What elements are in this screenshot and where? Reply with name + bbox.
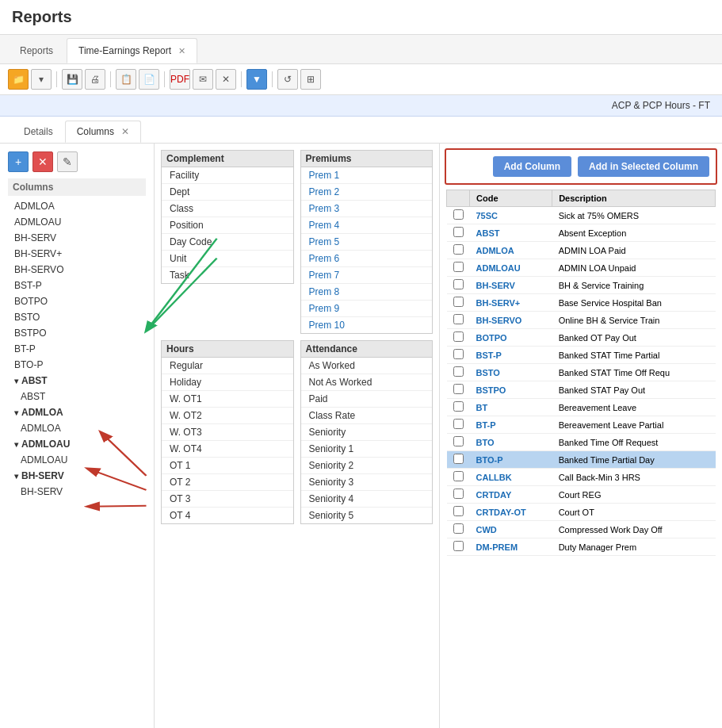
row-checkbox[interactable]	[453, 523, 464, 534]
row-checkbox[interactable]	[453, 489, 464, 499]
print-button[interactable]: 🖨	[85, 69, 105, 90]
row-checkbox[interactable]	[453, 471, 464, 481]
field-item-seniority2[interactable]: Seniority 2	[301, 458, 433, 474]
row-checkbox-cell[interactable]	[447, 347, 470, 364]
table-row[interactable]: BTO Banked Time Off Request	[447, 434, 716, 451]
list-item[interactable]: BSTO	[8, 309, 146, 325]
add-column-action-button[interactable]: Add Column	[493, 156, 571, 177]
grid-button[interactable]: ⊞	[300, 69, 321, 90]
field-item-seniority3[interactable]: Seniority 3	[301, 474, 433, 491]
field-item-dept[interactable]: Dept	[162, 184, 293, 201]
refresh-button[interactable]: ↺	[277, 69, 298, 90]
row-checkbox-cell[interactable]	[447, 486, 470, 504]
row-checkbox[interactable]	[453, 401, 464, 412]
table-row[interactable]: CALLBK Call Back-Min 3 HRS	[447, 469, 716, 486]
row-checkbox-cell[interactable]	[447, 399, 470, 416]
row-checkbox[interactable]	[453, 419, 464, 429]
inner-tab-close-icon[interactable]: ✕	[121, 126, 129, 137]
field-item-prem4[interactable]: Prem 4	[301, 217, 433, 234]
field-item-wot3[interactable]: W. OT3	[162, 424, 293, 441]
field-item-wot2[interactable]: W. OT2	[162, 408, 293, 424]
list-item[interactable]: BH-SERVO	[8, 262, 146, 278]
field-item-seniority1[interactable]: Seniority 1	[301, 441, 433, 458]
field-item-ot3[interactable]: OT 3	[162, 491, 293, 508]
inner-tab-columns[interactable]: Columns ✕	[65, 121, 142, 143]
field-item-prem7[interactable]: Prem 7	[301, 267, 433, 284]
group-admloa[interactable]: ADMLOA	[8, 404, 146, 420]
row-checkbox-cell[interactable]	[447, 329, 470, 347]
row-checkbox-cell[interactable]	[447, 312, 470, 329]
row-checkbox[interactable]	[453, 384, 464, 394]
table-row[interactable]: ADMLOAU ADMIN LOA Unpaid	[447, 259, 716, 277]
table-row[interactable]: BSTPO Banked STAT Pay Out	[447, 381, 716, 399]
email-button[interactable]: ✉	[193, 69, 213, 90]
field-item-prem8[interactable]: Prem 8	[301, 284, 433, 301]
table-row[interactable]: CWD Compressed Work Day Off	[447, 521, 716, 538]
field-item-class-rate[interactable]: Class Rate	[301, 408, 433, 424]
table-row[interactable]: BT Bereavement Leave	[447, 399, 716, 416]
table-row[interactable]: CRTDAY Court REG	[447, 486, 716, 504]
field-item-ot2[interactable]: OT 2	[162, 474, 293, 491]
field-item-prem1[interactable]: Prem 1	[301, 167, 433, 184]
copy-button[interactable]: 📋	[116, 69, 136, 90]
row-checkbox[interactable]	[453, 227, 464, 237]
field-item-prem6[interactable]: Prem 6	[301, 251, 433, 267]
row-checkbox[interactable]	[453, 331, 464, 342]
row-checkbox-cell[interactable]	[447, 521, 470, 538]
field-item-seniority[interactable]: Seniority	[301, 424, 433, 441]
field-item-as-worked[interactable]: As Worked	[301, 358, 433, 374]
row-checkbox-cell[interactable]	[447, 207, 470, 224]
field-item-daycode[interactable]: Day Code	[162, 234, 293, 251]
table-row[interactable]: ADMLOA ADMIN LOA Paid	[447, 242, 716, 259]
field-item-prem3[interactable]: Prem 3	[301, 201, 433, 217]
row-checkbox[interactable]	[453, 209, 464, 220]
row-checkbox[interactable]	[453, 454, 464, 464]
list-item[interactable]: BH-SERV	[8, 230, 146, 246]
tab-reports[interactable]: Reports	[8, 38, 65, 63]
list-item[interactable]: ADMLOA	[8, 420, 146, 436]
row-checkbox[interactable]	[453, 314, 464, 324]
list-item[interactable]: BOTPO	[8, 293, 146, 309]
field-item-prem9[interactable]: Prem 9	[301, 301, 433, 317]
list-item[interactable]: BTO-P	[8, 357, 146, 373]
filter-button[interactable]: ▼	[246, 69, 267, 90]
tab-close-icon[interactable]: ✕	[178, 46, 185, 56]
save-button[interactable]: 💾	[62, 69, 82, 90]
list-item[interactable]: ADMLOA	[8, 198, 146, 214]
row-checkbox[interactable]	[453, 244, 464, 255]
table-row[interactable]: BST-P Banked STAT Time Partial	[447, 347, 716, 364]
row-checkbox-cell[interactable]	[447, 224, 470, 242]
row-checkbox[interactable]	[453, 279, 464, 289]
field-item-not-as-worked[interactable]: Not As Worked	[301, 374, 433, 391]
table-row[interactable]: BH-SERV+ Base Service Hospital Ban	[447, 294, 716, 312]
row-checkbox[interactable]	[453, 541, 464, 551]
table-row[interactable]: BOTPO Banked OT Pay Out	[447, 329, 716, 347]
row-checkbox[interactable]	[453, 506, 464, 516]
table-row[interactable]: ABST Absent Exception	[447, 224, 716, 242]
row-checkbox-cell[interactable]	[447, 277, 470, 294]
row-checkbox-cell[interactable]	[447, 451, 470, 469]
pdf-button[interactable]: PDF	[170, 69, 190, 90]
field-item-regular[interactable]: Regular	[162, 358, 293, 374]
table-row[interactable]: BH-SERVO Online BH & Service Train	[447, 312, 716, 329]
table-row[interactable]: BH-SERV BH & Service Training	[447, 277, 716, 294]
field-item-class[interactable]: Class	[162, 201, 293, 217]
list-item[interactable]: BSTPO	[8, 325, 146, 341]
row-checkbox[interactable]	[453, 262, 464, 272]
field-item-position[interactable]: Position	[162, 217, 293, 234]
row-checkbox-cell[interactable]	[447, 242, 470, 259]
row-checkbox-cell[interactable]	[447, 259, 470, 277]
field-item-paid[interactable]: Paid	[301, 391, 433, 408]
field-item-facility[interactable]: Facility	[162, 167, 293, 184]
folder-button[interactable]: 📁	[8, 69, 29, 90]
group-admloau[interactable]: ADMLOAU	[8, 436, 146, 452]
field-item-ot1[interactable]: OT 1	[162, 458, 293, 474]
field-item-task[interactable]: Task	[162, 267, 293, 283]
field-item-ot4[interactable]: OT 4	[162, 508, 293, 523]
row-checkbox[interactable]	[453, 436, 464, 446]
edit-column-button[interactable]: ✎	[57, 151, 78, 172]
row-checkbox[interactable]	[453, 297, 464, 307]
row-checkbox-cell[interactable]	[447, 469, 470, 486]
field-item-unit[interactable]: Unit	[162, 251, 293, 267]
field-item-wot1[interactable]: W. OT1	[162, 391, 293, 408]
